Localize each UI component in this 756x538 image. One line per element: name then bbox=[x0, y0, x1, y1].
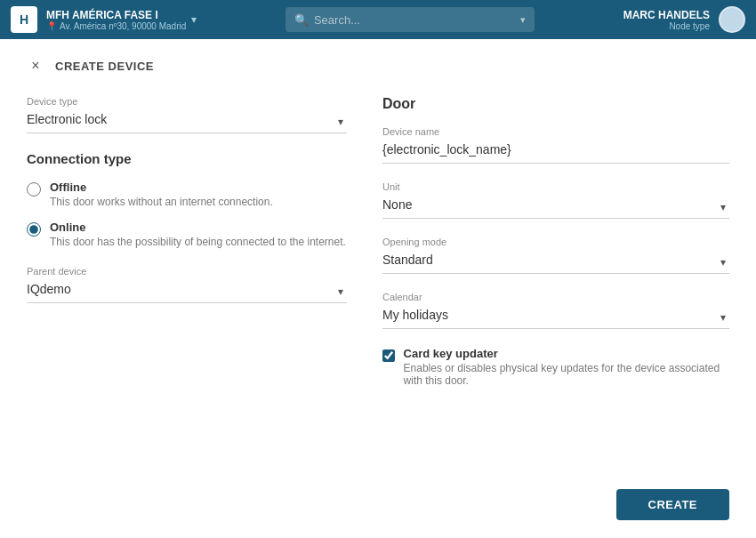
online-radio-option: Online This door has the possibility of … bbox=[27, 221, 347, 248]
close-icon: × bbox=[31, 58, 39, 74]
offline-radio-label[interactable]: Offline This door works without an inter… bbox=[27, 181, 347, 208]
parent-device-group: Parent device IQdemo Gateway 1 Gateway 2… bbox=[27, 266, 347, 303]
offline-radio-option: Offline This door works without an inter… bbox=[27, 181, 347, 208]
avatar bbox=[719, 6, 745, 33]
search-input[interactable] bbox=[314, 13, 515, 27]
parent-device-label: Parent device bbox=[27, 266, 347, 277]
unit-select[interactable]: None Unit A Unit B bbox=[382, 197, 729, 212]
right-panel: Door Device name Unit None Unit A Unit B bbox=[382, 96, 729, 387]
main-content: × CREATE DEVICE Device type Electronic l… bbox=[0, 39, 756, 538]
device-type-label: Device type bbox=[27, 96, 347, 107]
project-name: MFH AMÉRICA FASE I bbox=[46, 9, 186, 21]
page-title: CREATE DEVICE bbox=[55, 60, 154, 73]
device-type-select[interactable]: Electronic lock Access point Gateway bbox=[27, 112, 347, 126]
search-bar[interactable]: 🔍 ▾ bbox=[286, 7, 535, 32]
device-type-select-wrapper: Electronic lock Access point Gateway ▾ bbox=[27, 111, 347, 133]
user-role: Node type bbox=[623, 21, 710, 31]
offline-title: Offline bbox=[50, 181, 273, 194]
navbar-left: H MFH AMÉRICA FASE I 📍 Av. América nº30,… bbox=[11, 6, 197, 33]
project-info: MFH AMÉRICA FASE I 📍 Av. América nº30, 9… bbox=[46, 9, 186, 31]
user-info: MARC HANDELS Node type bbox=[623, 9, 710, 31]
device-type-group: Device type Electronic lock Access point… bbox=[27, 96, 347, 133]
navbar: H MFH AMÉRICA FASE I 📍 Av. América nº30,… bbox=[0, 0, 756, 39]
connection-type-group: Connection type Offline This door works … bbox=[27, 151, 347, 248]
project-selector[interactable]: MFH AMÉRICA FASE I 📍 Av. América nº30, 9… bbox=[46, 9, 197, 31]
right-panel-heading: Door bbox=[382, 96, 729, 112]
opening-mode-group: Opening mode Standard Always open Always… bbox=[382, 237, 729, 274]
left-panel: Device type Electronic lock Access point… bbox=[27, 96, 347, 387]
opening-mode-label: Opening mode bbox=[382, 237, 729, 247]
search-icon: 🔍 bbox=[294, 13, 309, 27]
form-layout: Device type Electronic lock Access point… bbox=[27, 96, 729, 387]
project-chevron-icon: ▾ bbox=[191, 13, 197, 26]
create-button[interactable]: CREATE bbox=[616, 489, 729, 520]
unit-group: Unit None Unit A Unit B ▾ bbox=[382, 181, 729, 219]
location-icon: 📍 bbox=[46, 21, 57, 31]
close-button[interactable]: × bbox=[27, 57, 44, 75]
device-name-input[interactable] bbox=[382, 142, 729, 157]
username: MARC HANDELS bbox=[623, 9, 710, 21]
online-desc: This door has the possibility of being c… bbox=[50, 236, 346, 248]
card-key-checkbox[interactable] bbox=[382, 349, 395, 363]
project-address: 📍 Av. América nº30, 90000 Madrid bbox=[46, 21, 186, 31]
online-title: Online bbox=[50, 221, 346, 234]
card-key-updater-group: Card key updater Enables or disables phy… bbox=[382, 347, 729, 387]
unit-label: Unit bbox=[382, 181, 729, 192]
device-name-label: Device name bbox=[382, 126, 729, 137]
online-radio[interactable] bbox=[27, 222, 41, 237]
card-key-title: Card key updater bbox=[404, 347, 729, 360]
card-key-desc: Enables or disables physical key updates… bbox=[404, 362, 729, 387]
calendar-group: Calendar My holidays Work days None ▾ bbox=[382, 292, 729, 329]
app-logo[interactable]: H bbox=[11, 6, 37, 33]
parent-device-select[interactable]: IQdemo Gateway 1 Gateway 2 bbox=[27, 282, 347, 296]
device-name-input-wrapper bbox=[382, 141, 729, 164]
calendar-select[interactable]: My holidays Work days None bbox=[382, 308, 729, 322]
parent-device-select-wrapper: IQdemo Gateway 1 Gateway 2 ▾ bbox=[27, 281, 347, 303]
navbar-right: MARC HANDELS Node type bbox=[623, 6, 745, 33]
opening-mode-select-wrapper: Standard Always open Always closed ▾ bbox=[382, 252, 729, 274]
opening-mode-select[interactable]: Standard Always open Always closed bbox=[382, 253, 729, 267]
device-name-group: Device name bbox=[382, 126, 729, 164]
offline-radio[interactable] bbox=[27, 182, 41, 197]
calendar-select-wrapper: My holidays Work days None ▾ bbox=[382, 307, 729, 329]
search-chevron-icon: ▾ bbox=[520, 14, 526, 26]
calendar-label: Calendar bbox=[382, 292, 729, 302]
connection-type-heading: Connection type bbox=[27, 151, 347, 166]
offline-desc: This door works without an internet conn… bbox=[50, 196, 273, 208]
unit-select-wrapper: None Unit A Unit B ▾ bbox=[382, 197, 729, 219]
online-radio-label[interactable]: Online This door has the possibility of … bbox=[27, 221, 347, 248]
page-header: × CREATE DEVICE bbox=[27, 57, 729, 75]
page-footer: CREATE bbox=[616, 489, 729, 520]
